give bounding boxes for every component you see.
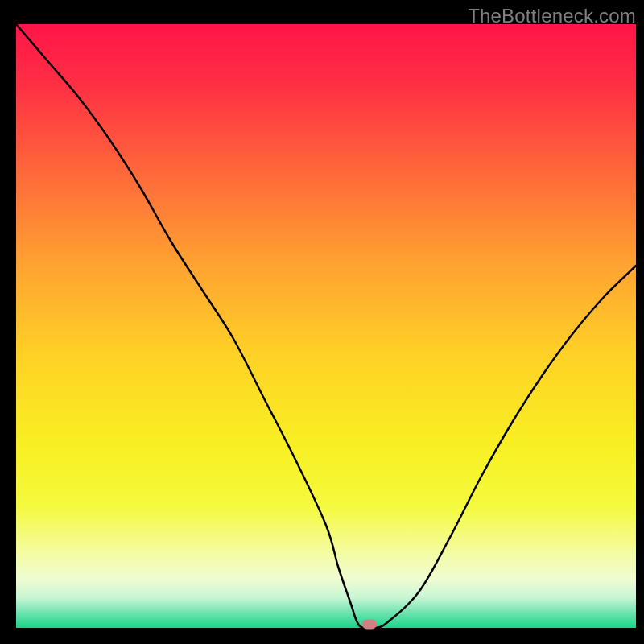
minimum-marker <box>362 620 377 630</box>
watermark-label: TheBottleneck.com <box>468 5 636 27</box>
chart-svg <box>0 0 644 644</box>
plot-area <box>16 24 636 628</box>
chart-container: TheBottleneck.com <box>0 0 644 644</box>
